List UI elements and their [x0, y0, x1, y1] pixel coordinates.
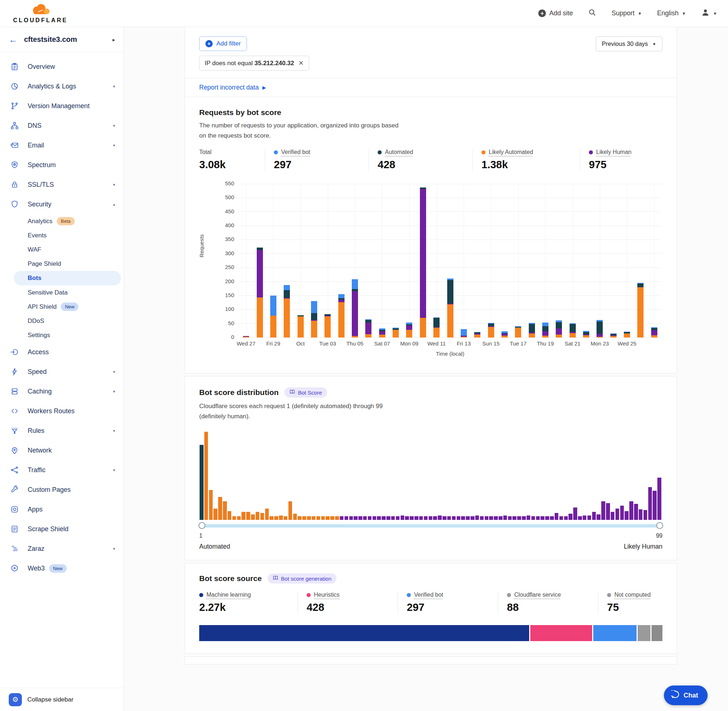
bar-segment-automated [583, 332, 589, 335]
hist-bar-score-44 [400, 515, 405, 520]
close-icon[interactable]: ✕ [298, 59, 303, 67]
sidebar-item-label: Scrape Shield [28, 525, 68, 533]
legend-dot [307, 593, 311, 597]
stacked-bar [610, 333, 617, 338]
sidebar-item-label: Rules [28, 427, 44, 435]
filter-chip-value: 35.212.240.32 [255, 60, 294, 66]
sidebar-item-security-bots[interactable]: Bots [14, 271, 121, 285]
sidebar-item-label: WAF [28, 246, 41, 254]
gear-icon[interactable]: ⚙ [9, 693, 22, 706]
search-button[interactable] [588, 8, 596, 18]
gridline [239, 211, 661, 212]
account-menu[interactable]: ▼ [701, 8, 717, 19]
support-menu[interactable]: Support ▼ [611, 9, 642, 17]
bot-score-badge[interactable]: Bot Score [284, 387, 327, 398]
sidebar-item-rules[interactable]: Rules▾ [0, 421, 124, 441]
sidebar-item-apps[interactable]: Apps [0, 500, 124, 519]
add-filter-button[interactable]: + Add filter [199, 36, 247, 51]
sidebar-item-security-waf[interactable]: WAF [0, 242, 124, 257]
brand-wordmark: CLOUDFLARE [13, 17, 68, 24]
y-tick-label: 50 [199, 320, 234, 326]
back-arrow-icon[interactable]: ← [9, 35, 18, 44]
sidebar-item-traffic[interactable]: Traffic▾ [0, 460, 124, 480]
stat-label[interactable]: Likely Automated [489, 149, 533, 155]
sidebar-item-caching[interactable]: Caching▾ [0, 382, 124, 401]
sidebar-item-ssl-tls[interactable]: SSL/TLS▾ [0, 175, 124, 195]
sidebar-item-label: Workers Routes [28, 407, 75, 415]
score-range-slider [199, 522, 663, 530]
share-icon [10, 466, 19, 474]
add-site-button[interactable]: + Add site [538, 9, 573, 17]
bar-segment-likely-automated [488, 327, 494, 338]
distribution-histogram [199, 432, 663, 520]
hist-bar-score-87 [601, 501, 605, 520]
hist-bar-score-41 [386, 516, 390, 520]
requests-title: Requests by bot score [199, 108, 281, 117]
gridline [409, 184, 410, 338]
gridline [654, 184, 654, 338]
bot-score-generation-badge[interactable]: Bot score generation [268, 573, 337, 584]
sidebar-item-security-api-shield[interactable]: API ShieldNew [0, 299, 124, 314]
chat-icon [671, 690, 679, 701]
report-incorrect-data-link[interactable]: Report incorrect data ▶ [199, 84, 266, 91]
sidebar-item-email[interactable]: Email▾ [0, 136, 124, 155]
sidebar-item-scrape-shield[interactable]: Scrape Shield [0, 519, 124, 539]
slider-handle-max[interactable] [656, 522, 663, 529]
hist-bar-score-35 [358, 516, 362, 520]
date-range-select[interactable]: Previous 30 days ▼ [596, 36, 663, 51]
shield-icon [10, 200, 19, 209]
language-menu[interactable]: English ▼ [657, 9, 686, 17]
stat-label[interactable]: Likely Human [596, 149, 632, 155]
stat-label[interactable]: Verified bot [414, 592, 443, 598]
hist-bar-score-13 [255, 512, 260, 520]
chat-button[interactable]: Chat [664, 686, 707, 705]
sidebar-item-label: Analytics [28, 218, 52, 225]
stat-label[interactable]: Not computed [614, 592, 651, 598]
sidebar-item-speed[interactable]: Speed▾ [0, 362, 124, 382]
stacked-bar [488, 323, 494, 338]
bar-segment-likely-human [651, 330, 657, 335]
sidebar-item-zaraz[interactable]: Zaraz▾ [0, 539, 124, 559]
hist-bar-score-68 [512, 516, 517, 520]
collapse-sidebar-button[interactable]: Collapse sidebar [27, 696, 74, 704]
bar-segment-automated [257, 248, 263, 250]
sidebar-item-workers-routes[interactable]: Workers Routes [0, 401, 124, 421]
sidebar-item-security-settings[interactable]: Settings [0, 328, 124, 342]
sidebar-item-network[interactable]: Network [0, 441, 124, 460]
slider-handle-min[interactable] [198, 522, 205, 529]
sidebar-item-version-management[interactable]: Version Management [0, 96, 124, 116]
badge-new: New [61, 302, 78, 311]
cloudflare-logo[interactable]: CLOUDFLARE [13, 3, 68, 24]
sidebar-item-overview[interactable]: Overview [0, 57, 124, 77]
stacked-bar [284, 285, 290, 338]
stat-label: Total [199, 149, 211, 155]
sidebar-item-security-page-shield[interactable]: Page Shield [0, 257, 124, 271]
stat-likely-automated: Likely Automated1.38k [473, 149, 580, 171]
sidebar-item-dns[interactable]: DNS▾ [0, 116, 124, 136]
stat-label[interactable]: Cloudflare service [514, 592, 561, 598]
stat-machine-learning: Machine learning2.27k [199, 592, 298, 614]
slider-track[interactable] [199, 524, 663, 528]
stat-automated: Automated428 [369, 149, 473, 171]
stat-label[interactable]: Automated [385, 149, 413, 155]
hist-bar-score-95 [639, 509, 643, 520]
sidebar-item-security-sensitive-data[interactable]: Sensitive Data [0, 285, 124, 299]
sidebar-item-security-ddos[interactable]: DDoS [0, 314, 124, 328]
bar-segment-likely-automated [433, 327, 440, 338]
sidebar-item-web3[interactable]: Web3New [0, 559, 124, 578]
stat-label[interactable]: Heuristics [314, 592, 340, 598]
filter-chip[interactable]: IP does not equal 35.212.240.32 ✕ [199, 56, 309, 71]
sidebar-item-spectrum[interactable]: Spectrum [0, 155, 124, 175]
stat-verified-bot: Verified bot297 [398, 592, 498, 614]
sidebar-item-access[interactable]: Access [0, 342, 124, 362]
sidebar-item-security[interactable]: Security▴ [0, 195, 124, 214]
sidebar-item-analytics-logs[interactable]: Analytics & Logs▾ [0, 77, 124, 96]
hist-bar-score-46 [410, 516, 414, 520]
chevron-right-icon[interactable]: ▸ [112, 37, 115, 43]
sidebar-item-security-events[interactable]: Events [0, 228, 124, 242]
sidebar-item-security-analytics[interactable]: AnalyticsBeta [0, 214, 124, 228]
sidebar-item-custom-pages[interactable]: Custom Pages [0, 480, 124, 500]
stat-label[interactable]: Machine learning [207, 592, 251, 598]
hist-bar-score-29 [330, 516, 334, 520]
stat-label[interactable]: Verified bot [281, 149, 310, 155]
